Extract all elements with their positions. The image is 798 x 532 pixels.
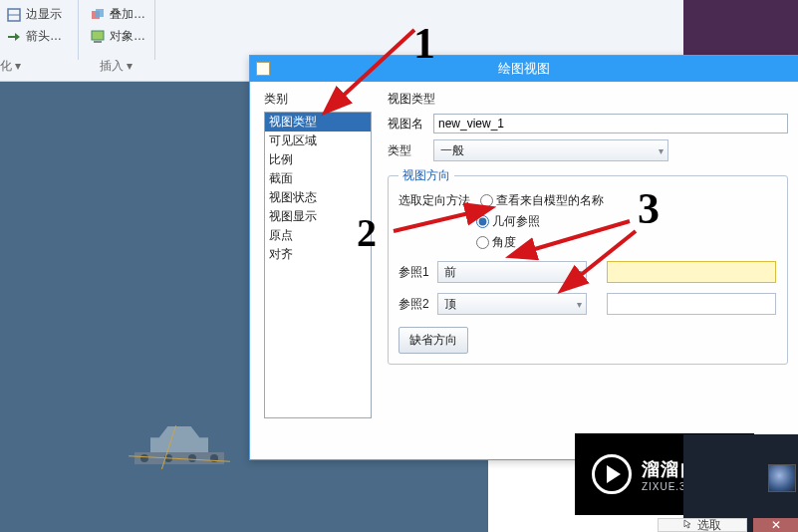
ribbon-separator (154, 0, 155, 60)
view-name-label: 视图名 (388, 116, 427, 133)
overlay-button[interactable]: 叠加… (90, 6, 145, 23)
object-label: 对象… (110, 28, 145, 45)
radio-model-name[interactable]: 查看来自模型的名称 (480, 192, 604, 209)
radio-geom-ref[interactable]: 几何参照 (476, 213, 540, 230)
svg-rect-6 (94, 41, 102, 43)
ref1-combo[interactable]: 前 (437, 261, 587, 283)
overlay-icon (90, 7, 106, 23)
category-item-origin[interactable]: 原点 (265, 226, 371, 245)
radio-model-name-text: 查看来自模型的名称 (496, 192, 604, 209)
form-section-title: 视图类型 (388, 91, 788, 108)
svg-rect-5 (92, 31, 104, 40)
type-combo[interactable]: 一般 (433, 139, 668, 161)
form-panel: 视图类型 视图名 类型 一般 视图方向 选取定向方法 查看来自模型的名称 (378, 82, 798, 459)
category-item-scale[interactable]: 比例 (265, 150, 371, 169)
category-panel: 类别 视图类型 可见区域 比例 截面 视图状态 视图显示 原点 对齐 (250, 82, 378, 459)
close-button[interactable]: ✕ (753, 518, 798, 532)
drawing-view-dialog: 绘图视图 类别 视图类型 可见区域 比例 截面 视图状态 视图显示 原点 对齐 … (249, 55, 798, 460)
category-item-section[interactable]: 截面 (265, 169, 371, 188)
category-item-align[interactable]: 对齐 (265, 245, 371, 264)
radio-model-name-input[interactable] (480, 194, 493, 207)
side-display-button[interactable]: 边显示 (6, 6, 62, 23)
type-combo-value: 一般 (440, 142, 464, 159)
object-icon (90, 29, 106, 45)
ref2-value: 顶 (444, 296, 456, 313)
radio-geom-ref-input[interactable] (476, 215, 489, 228)
cursor-icon (683, 518, 693, 532)
category-label: 类别 (264, 91, 378, 108)
insert-group-label[interactable]: 插入 ▾ (100, 58, 133, 75)
dialog-icon (256, 62, 270, 76)
radio-angle-input[interactable] (476, 236, 489, 249)
ref2-combo[interactable]: 顶 (437, 293, 587, 315)
category-item-view-type[interactable]: 视图类型 (265, 113, 371, 132)
arrow-label: 箭头… (26, 28, 62, 45)
radio-angle[interactable]: 角度 (476, 234, 516, 251)
dialog-title: 绘图视图 (498, 60, 550, 78)
select-label: 选取 (697, 517, 721, 533)
side-display-label: 边显示 (26, 6, 62, 23)
ref1-label: 参照1 (399, 264, 429, 281)
ref1-pick-field[interactable] (607, 261, 776, 283)
arrow-icon (6, 29, 22, 45)
object-button[interactable]: 对象… (90, 28, 145, 45)
preview-stripe-top (683, 0, 798, 55)
direction-fieldset: 视图方向 选取定向方法 查看来自模型的名称 几何参照 (388, 167, 788, 365)
ref2-label: 参照2 (399, 296, 429, 313)
radio-angle-text: 角度 (492, 234, 516, 251)
select-button[interactable]: 选取 (658, 518, 747, 532)
view-name-input[interactable] (433, 114, 788, 133)
ribbon-separator (78, 0, 79, 60)
radio-geom-ref-text: 几何参照 (492, 213, 540, 230)
ref2-pick-field[interactable] (607, 293, 776, 315)
direction-legend: 视图方向 (399, 167, 454, 184)
part-sketch (134, 420, 224, 470)
default-direction-button[interactable]: 缺省方向 (399, 327, 468, 354)
border-icon (6, 7, 22, 23)
category-item-view-state[interactable]: 视图状态 (265, 188, 371, 207)
category-item-visible-area[interactable]: 可见区域 (265, 132, 371, 150)
category-list[interactable]: 视图类型 可见区域 比例 截面 视图状态 视图显示 原点 对齐 (264, 112, 372, 418)
play-icon (592, 454, 632, 494)
category-item-view-display[interactable]: 视图显示 (265, 207, 371, 226)
svg-rect-4 (96, 9, 104, 17)
dialog-titlebar[interactable]: 绘图视图 (250, 56, 798, 82)
orientation-method-label: 选取定向方法 (399, 192, 470, 209)
format-group-label[interactable]: 化 ▾ (0, 58, 21, 75)
overlay-label: 叠加… (110, 6, 145, 23)
type-label: 类型 (388, 142, 427, 159)
ref1-value: 前 (444, 264, 456, 281)
preview-thumbnail[interactable] (768, 464, 796, 492)
arrow-button[interactable]: 箭头… (6, 28, 67, 45)
